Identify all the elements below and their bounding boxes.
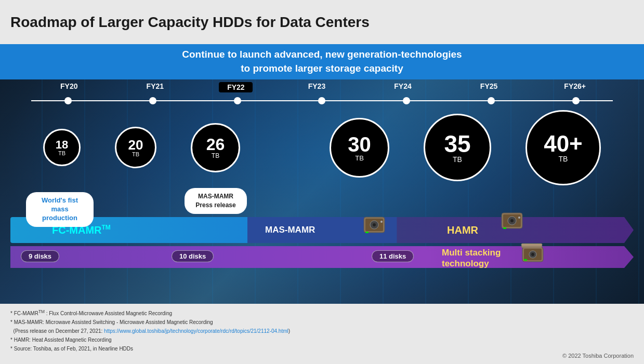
svg-rect-16 xyxy=(524,259,527,261)
svg-point-15 xyxy=(531,253,534,256)
year-label-fy21: FY21 xyxy=(133,82,177,92)
footnote-2b: (Press release on December 27, 2021: htt… xyxy=(10,327,634,335)
hdd-icon-masmamr xyxy=(361,212,387,238)
svg-rect-18 xyxy=(521,244,542,246)
year-label-fy22: FY22 xyxy=(219,82,253,92)
hdd-svg-multi xyxy=(520,241,546,267)
dot-fy25 xyxy=(488,97,495,104)
hamr-label: HAMR xyxy=(447,224,478,236)
year-label-fy26: FY26+ xyxy=(553,82,597,92)
page-title: Roadmap of Larger Capacity HDDs for Data… xyxy=(10,14,370,31)
footer: * FC-MAMRTM : Flux Control-Microwave Ass… xyxy=(0,304,644,364)
capacity-35tb-value: 35 xyxy=(444,132,470,156)
year-label-fy25: FY25 xyxy=(467,82,511,92)
capacity-18tb: 18 TB xyxy=(43,129,81,166)
footer-notes: * FC-MAMRTM : Flux Control-Microwave Ass… xyxy=(10,308,634,353)
capacity-20tb-value: 20 xyxy=(128,138,143,152)
dot-fy20 xyxy=(64,97,72,104)
svg-rect-11 xyxy=(503,227,506,229)
subtitle-text: Continue to launch advanced, new generat… xyxy=(182,48,462,75)
capacity-26tb-value: 26 xyxy=(206,136,225,153)
capacity-26tb-unit: TB xyxy=(212,153,219,159)
disk-badge-10: 10 disks xyxy=(172,250,214,262)
callout-mas-mamr: MAS-MAMRPress release xyxy=(185,188,247,214)
multi-stacking-label: Multi stackingtechnology xyxy=(442,247,515,269)
svg-point-4 xyxy=(380,221,383,223)
capacity-18tb-unit: TB xyxy=(58,151,65,156)
dot-fy23 xyxy=(318,97,325,104)
footnote-4: * Source: Toshiba, as of Feb, 2021, in N… xyxy=(10,344,634,353)
footnote-2: * MAS-MAMR: Microwave Assisted Switching… xyxy=(10,318,634,327)
hdd-svg-hamr xyxy=(499,208,525,234)
dot-fy26 xyxy=(572,97,580,104)
dot-fy24 xyxy=(403,97,410,104)
year-labels-row: FY20 FY21 FY22 FY23 FY24 FY25 FY26+ xyxy=(0,82,644,92)
copyright: © 2022 Toshiba Corporation xyxy=(562,353,634,359)
svg-point-10 xyxy=(518,217,520,219)
capacity-18tb-value: 18 xyxy=(56,139,68,151)
capacity-40tb-unit: TB xyxy=(559,155,568,163)
timeline-line-row xyxy=(31,96,613,106)
disk-badge-11: 11 disks xyxy=(372,250,414,262)
subtitle-bar: Continue to launch advanced, new generat… xyxy=(0,44,644,79)
dot-fy21 xyxy=(149,97,156,104)
year-label-fy23: FY23 xyxy=(295,82,339,92)
disk-badge-9: 9 disks xyxy=(21,250,59,262)
page: Roadmap of Larger Capacity HDDs for Data… xyxy=(0,0,644,364)
capacity-35tb-unit: TB xyxy=(453,156,462,163)
tech-band-blue-container: FC-MAMRTM MAS-MAMR HAMR xyxy=(10,217,634,243)
year-label-fy20: FY20 xyxy=(47,82,91,92)
capacity-circles-row: 18 TB 20 TB 26 TB 30 TB 35 TB xyxy=(10,106,634,189)
header: Roadmap of Larger Capacity HDDs for Data… xyxy=(0,0,644,44)
year-label-fy24: FY24 xyxy=(381,82,425,92)
svg-point-3 xyxy=(373,223,376,226)
capacity-26tb: 26 TB xyxy=(191,123,240,172)
footnote-3: * HAMR: Heat Assisted Magnetic Recording xyxy=(10,335,634,344)
callout-mas-mamr-text: MAS-MAMRPress release xyxy=(195,193,235,209)
svg-point-9 xyxy=(510,219,514,222)
hdd-svg-masmamr xyxy=(361,212,387,238)
capacity-20tb: 20 TB xyxy=(115,127,156,168)
capacity-30tb-value: 30 xyxy=(348,134,371,155)
capacity-30tb-unit: TB xyxy=(355,155,364,161)
masmamr-label: MAS-MAMR xyxy=(265,225,315,235)
dot-fy22 xyxy=(234,97,241,104)
timeline-dots xyxy=(26,97,618,104)
capacity-20tb-unit: TB xyxy=(132,152,139,157)
footnote-1: * FC-MAMRTM : Flux Control-Microwave Ass… xyxy=(10,308,634,318)
callout-worlds-first: World's fistmass production xyxy=(26,192,94,227)
capacity-40tb-value: 40+ xyxy=(544,132,583,155)
callout-worlds-first-text: World's fistmass production xyxy=(42,196,78,222)
capacity-35tb: 35 TB xyxy=(424,114,491,181)
capacity-30tb: 30 TB xyxy=(330,118,389,178)
hdd-icon-hamr xyxy=(499,208,525,234)
timeline-container: FY20 FY21 FY22 FY23 FY24 FY25 FY26+ xyxy=(0,82,644,189)
capacity-40tb: 40+ TB xyxy=(525,110,601,185)
hdd-icon-multi xyxy=(520,241,546,267)
svg-rect-5 xyxy=(365,232,369,233)
